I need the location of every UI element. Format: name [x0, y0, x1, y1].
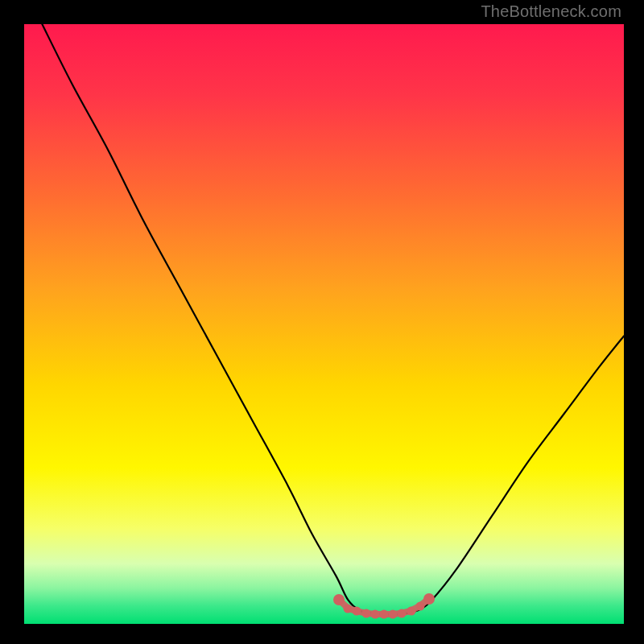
trough-marker-dot [398, 609, 407, 617]
attribution-label: TheBottleneck.com [481, 2, 621, 21]
chart-frame: TheBottleneck.com [0, 0, 644, 644]
trough-marker-dot [407, 606, 415, 615]
trough-marker-dot [423, 593, 435, 605]
trough-marker-dot [361, 609, 370, 617]
trough-marker-dot [389, 610, 398, 619]
svg-rect-0 [24, 24, 624, 624]
trough-marker-dot [333, 594, 345, 605]
plot-area [24, 24, 624, 624]
trough-marker-dot [370, 610, 379, 619]
background-gradient [24, 24, 624, 624]
trough-marker-dot [380, 610, 389, 619]
trough-marker-dot [415, 601, 424, 610]
trough-marker-dot [353, 607, 361, 616]
trough-marker-dot [344, 604, 353, 613]
